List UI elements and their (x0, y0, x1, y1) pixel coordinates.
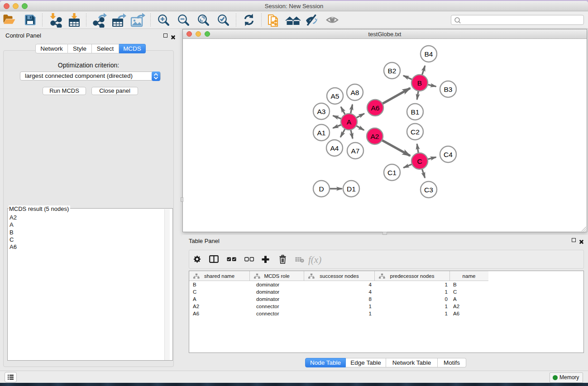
svg-text:A: A (347, 118, 352, 126)
svg-text:B1: B1 (411, 108, 420, 116)
svg-text:A8: A8 (351, 89, 359, 96)
svg-text:C4: C4 (444, 151, 453, 158)
svg-text:C1: C1 (387, 169, 397, 176)
svg-text:A1: A1 (317, 129, 326, 137)
svg-text:A3: A3 (317, 108, 326, 115)
svg-text:C2: C2 (411, 128, 420, 136)
svg-text:D1: D1 (347, 185, 356, 193)
svg-text:A7: A7 (351, 147, 360, 155)
svg-text:B: B (417, 79, 422, 87)
svg-text:A2: A2 (371, 133, 379, 140)
svg-text:B2: B2 (388, 67, 397, 75)
svg-text:D: D (319, 185, 324, 193)
svg-text:A4: A4 (330, 144, 339, 152)
svg-text:C: C (417, 157, 422, 165)
svg-text:C3: C3 (424, 186, 433, 194)
svg-text:A5: A5 (331, 92, 339, 100)
svg-text:B3: B3 (444, 86, 453, 93)
svg-text:A6: A6 (371, 104, 380, 112)
svg-text:B4: B4 (425, 50, 433, 58)
